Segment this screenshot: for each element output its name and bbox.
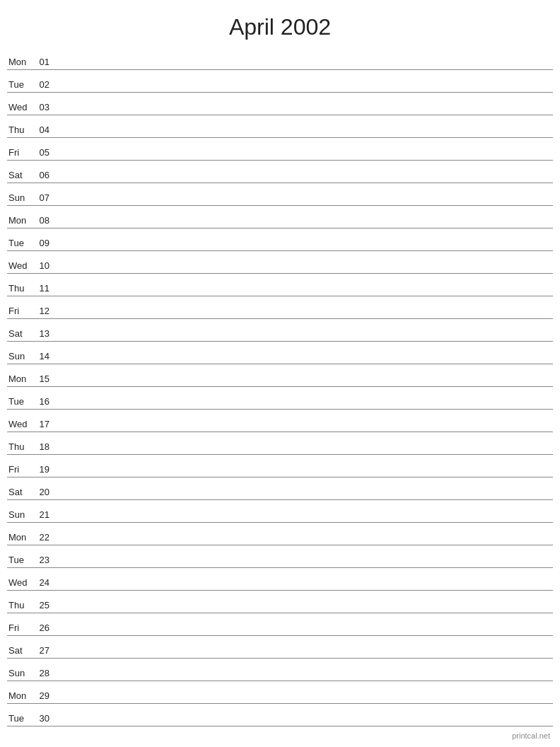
footer-text: printcal.net [512, 731, 550, 740]
day-row: Fri19 [7, 455, 553, 477]
day-number: 08 [35, 215, 55, 226]
day-row: Sun14 [7, 342, 553, 364]
day-name: Mon [7, 374, 35, 384]
day-line [55, 610, 553, 610]
day-row: Sun07 [7, 183, 553, 206]
day-name: Tue [7, 396, 35, 407]
day-row: Tue30 [7, 704, 553, 726]
day-line [55, 293, 553, 294]
day-row: Thu04 [7, 115, 553, 138]
day-line [55, 632, 553, 633]
day-name: Sat [7, 328, 35, 339]
day-name: Sat [7, 645, 35, 656]
day-line [55, 678, 553, 678]
day-name: Tue [7, 238, 35, 248]
day-row: Wed10 [7, 251, 553, 274]
day-number: 27 [35, 645, 55, 656]
day-name: Fri [7, 464, 35, 475]
day-row: Sat06 [7, 161, 553, 183]
day-line [55, 66, 553, 67]
day-number: 26 [35, 622, 55, 633]
day-number: 03 [35, 102, 55, 112]
day-line [55, 451, 553, 452]
day-line [55, 89, 553, 90]
day-number: 22 [35, 532, 55, 543]
day-name: Sat [7, 170, 35, 180]
day-row: Tue09 [7, 228, 553, 251]
day-row: Tue02 [7, 70, 553, 93]
day-row: Thu18 [7, 432, 553, 455]
day-row: Mon22 [7, 523, 553, 545]
day-name: Tue [7, 79, 35, 90]
day-line [55, 383, 553, 384]
day-name: Tue [7, 555, 35, 565]
day-number: 25 [35, 600, 55, 610]
day-line [55, 134, 553, 135]
day-line [55, 248, 553, 248]
day-row: Fri26 [7, 613, 553, 636]
day-name: Sun [7, 192, 35, 203]
day-line [55, 361, 553, 361]
day-name: Sat [7, 487, 35, 497]
day-line [55, 225, 553, 226]
day-row: Fri12 [7, 296, 553, 319]
day-number: 20 [35, 487, 55, 497]
day-number: 15 [35, 374, 55, 384]
day-line [55, 338, 553, 339]
day-name: Wed [7, 577, 35, 588]
day-line [55, 112, 553, 112]
day-number: 12 [35, 306, 55, 316]
day-line [55, 700, 553, 701]
day-name: Wed [7, 260, 35, 271]
day-row: Sat13 [7, 319, 553, 342]
day-line [55, 202, 553, 203]
day-line [55, 406, 553, 407]
day-number: 30 [35, 713, 55, 724]
day-name: Mon [7, 532, 35, 543]
calendar-grid: Mon01Tue02Wed03Thu04Fri05Sat06Sun07Mon08… [0, 47, 560, 726]
day-number: 05 [35, 147, 55, 158]
day-name: Thu [7, 283, 35, 294]
day-name: Fri [7, 147, 35, 158]
day-row: Wed17 [7, 410, 553, 432]
day-row: Wed24 [7, 568, 553, 591]
day-number: 09 [35, 238, 55, 248]
day-name: Sun [7, 509, 35, 520]
day-number: 16 [35, 396, 55, 407]
day-name: Thu [7, 124, 35, 135]
day-name: Fri [7, 306, 35, 316]
day-row: Fri05 [7, 138, 553, 161]
day-name: Fri [7, 622, 35, 633]
day-row: Wed03 [7, 93, 553, 115]
day-name: Wed [7, 102, 35, 112]
day-line [55, 519, 553, 520]
day-line [55, 157, 553, 158]
day-row: Mon08 [7, 206, 553, 228]
day-name: Sun [7, 351, 35, 361]
day-line [55, 655, 553, 656]
day-row: Tue16 [7, 387, 553, 410]
day-line [55, 542, 553, 543]
day-number: 10 [35, 260, 55, 271]
day-number: 04 [35, 124, 55, 135]
day-name: Sun [7, 668, 35, 678]
day-row: Mon29 [7, 681, 553, 704]
day-line [55, 497, 553, 497]
day-line [55, 315, 553, 316]
day-number: 06 [35, 170, 55, 180]
day-row: Sun21 [7, 500, 553, 523]
day-line [55, 180, 553, 180]
day-number: 19 [35, 464, 55, 475]
day-number: 21 [35, 509, 55, 520]
day-name: Thu [7, 600, 35, 610]
day-row: Sat20 [7, 477, 553, 500]
day-line [55, 564, 553, 565]
day-number: 17 [35, 419, 55, 429]
day-line [55, 474, 553, 475]
day-row: Tue23 [7, 545, 553, 568]
day-line [55, 270, 553, 271]
day-name: Wed [7, 419, 35, 429]
day-number: 11 [35, 283, 55, 294]
day-number: 07 [35, 192, 55, 203]
day-number: 13 [35, 328, 55, 339]
